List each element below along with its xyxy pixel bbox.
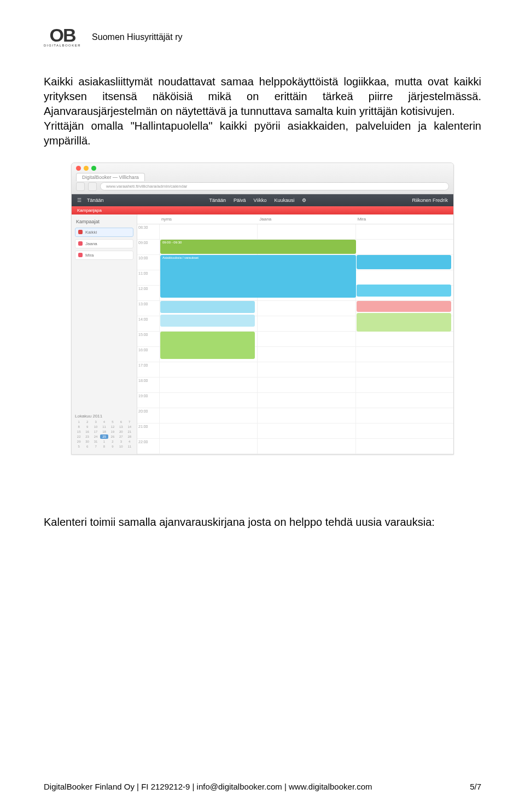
calendar-cell[interactable] <box>355 362 453 377</box>
calendar-event[interactable] <box>357 301 451 312</box>
calendar-cell[interactable] <box>257 316 355 331</box>
calendar-cell[interactable] <box>257 439 355 454</box>
mini-cal-day[interactable]: 11 <box>126 444 133 449</box>
calendar-event[interactable] <box>160 332 255 359</box>
sidebar-item-jaana[interactable]: Jaana <box>75 239 133 248</box>
calendar-event[interactable]: Asiakkuuksia / varaukset <box>160 255 356 298</box>
calendar-row[interactable]: 08:30 <box>137 224 453 240</box>
view-today[interactable]: Tänään <box>209 198 226 203</box>
calendar-cell[interactable] <box>257 424 355 438</box>
sidebar-item-mira[interactable]: Mira <box>75 251 133 260</box>
mini-cal-day[interactable]: 3 <box>117 439 125 444</box>
calendar-row[interactable]: 20:00 <box>137 408 453 424</box>
mini-cal-day[interactable]: 18 <box>100 430 108 434</box>
calendar-cell[interactable] <box>355 408 453 423</box>
calendar-grid[interactable]: 09:00 - 09:30 Asiakkuuksia / varaukset 0… <box>137 224 453 454</box>
calendar-cell[interactable] <box>257 224 355 239</box>
back-button[interactable] <box>76 182 85 191</box>
mini-cal-day[interactable]: 15 <box>75 430 83 434</box>
calendar-row[interactable]: 21:00 <box>137 424 453 439</box>
calendar-cell[interactable] <box>159 393 257 408</box>
calendar-cell[interactable] <box>355 347 453 362</box>
mini-cal-day[interactable]: 21 <box>126 430 133 434</box>
calendar-event[interactable] <box>357 313 451 332</box>
mini-cal-day[interactable]: 8 <box>100 444 108 449</box>
mini-cal-day[interactable]: 20 <box>117 430 125 434</box>
mini-cal-day[interactable]: 8 <box>75 425 83 429</box>
mini-cal-day[interactable]: 26 <box>109 434 116 439</box>
calendar-event[interactable] <box>160 301 255 313</box>
mini-cal-day[interactable]: 22 <box>75 434 83 439</box>
calendar-row[interactable]: 18:00 <box>137 378 453 393</box>
user-name[interactable]: Riikonen Fredrik <box>412 198 448 203</box>
mini-cal-day[interactable]: 2 <box>109 439 116 444</box>
mini-cal-day[interactable]: 4 <box>126 439 133 444</box>
calendar-cell[interactable] <box>355 270 453 285</box>
mini-cal-day[interactable]: 10 <box>117 444 125 449</box>
mini-cal-day[interactable]: 10 <box>92 425 100 429</box>
minimize-icon[interactable] <box>84 166 89 171</box>
calendar-event[interactable] <box>160 315 255 327</box>
mini-cal-day[interactable]: 6 <box>117 420 125 424</box>
calendar-cell[interactable] <box>257 378 355 392</box>
calendar-row[interactable]: 17:00 <box>137 362 453 378</box>
calendar-cell[interactable] <box>159 378 257 392</box>
calendar-cell[interactable] <box>355 378 453 392</box>
calendar-cell[interactable] <box>159 362 257 377</box>
mini-cal-day[interactable]: 17 <box>92 430 100 434</box>
calendar-event[interactable] <box>357 285 451 297</box>
menu-icon[interactable]: ☰ <box>77 198 81 203</box>
view-day[interactable]: Päivä <box>234 198 246 203</box>
calendar-cell[interactable] <box>159 224 257 239</box>
calendar-cell[interactable] <box>355 332 453 346</box>
calendar-cell[interactable] <box>257 362 355 377</box>
mini-cal-day[interactable]: 7 <box>126 420 133 424</box>
mini-cal-day[interactable]: 23 <box>83 434 91 439</box>
calendar-cell[interactable] <box>159 408 257 423</box>
mini-cal-day[interactable]: 5 <box>75 444 83 449</box>
mini-cal-day[interactable]: 7 <box>92 444 100 449</box>
calendar-cell[interactable] <box>355 439 453 454</box>
view-week[interactable]: Viikko <box>254 198 267 203</box>
calendar-cell[interactable] <box>159 439 257 454</box>
view-month[interactable]: Kuukausi <box>274 198 294 203</box>
mini-cal-day[interactable]: 12 <box>109 425 116 429</box>
address-bar[interactable]: www.varaaheti.fi/villichara/admin/calend… <box>100 182 449 190</box>
mini-cal-day[interactable]: 11 <box>100 425 108 429</box>
mini-cal-day[interactable]: 30 <box>83 439 91 444</box>
mini-cal-day[interactable]: 3 <box>92 420 100 424</box>
calendar-event[interactable]: 09:00 - 09:30 <box>160 240 356 254</box>
mini-calendar[interactable]: Lokakuu 2011 123456789101112131415161718… <box>75 405 133 449</box>
mini-cal-day[interactable]: 14 <box>126 425 133 429</box>
forward-button[interactable] <box>88 182 97 191</box>
calendar-row[interactable]: 19:00 <box>137 393 453 408</box>
browser-tab[interactable]: DigitalBooker — Villichara <box>76 173 145 181</box>
calendar-cell[interactable] <box>257 332 355 346</box>
mini-cal-day[interactable]: 1 <box>100 439 108 444</box>
mini-cal-day[interactable]: 31 <box>92 439 100 444</box>
mini-cal-day[interactable]: 2 <box>83 420 91 424</box>
sidebar-item-all[interactable]: Kaikki <box>75 228 133 237</box>
calendar-cell[interactable] <box>257 347 355 362</box>
calendar-cell[interactable] <box>257 301 355 316</box>
calendar-event[interactable] <box>357 255 451 269</box>
mini-cal-day[interactable]: 5 <box>109 420 116 424</box>
calendar-cell[interactable] <box>355 424 453 438</box>
mini-cal-day[interactable]: 1 <box>75 420 83 424</box>
mini-cal-day[interactable]: 13 <box>117 425 125 429</box>
close-icon[interactable] <box>76 166 81 171</box>
calendar-cell[interactable] <box>257 408 355 423</box>
mini-cal-day[interactable]: 24 <box>92 434 100 439</box>
maximize-icon[interactable] <box>91 166 96 171</box>
calendar-cell[interactable] <box>257 393 355 408</box>
mini-cal-day[interactable]: 9 <box>109 444 116 449</box>
mini-cal-day[interactable]: 19 <box>109 430 116 434</box>
mini-cal-day[interactable]: 16 <box>83 430 91 434</box>
calendar-cell[interactable] <box>355 240 453 254</box>
calendar-row[interactable]: 22:00 <box>137 439 453 454</box>
mini-cal-day[interactable]: 27 <box>117 434 125 439</box>
toolbar-today[interactable]: Tänään <box>87 198 104 203</box>
gear-icon[interactable]: ⚙ <box>302 198 306 203</box>
mini-cal-day[interactable]: 4 <box>100 420 108 424</box>
mini-cal-day[interactable]: 6 <box>83 444 91 449</box>
